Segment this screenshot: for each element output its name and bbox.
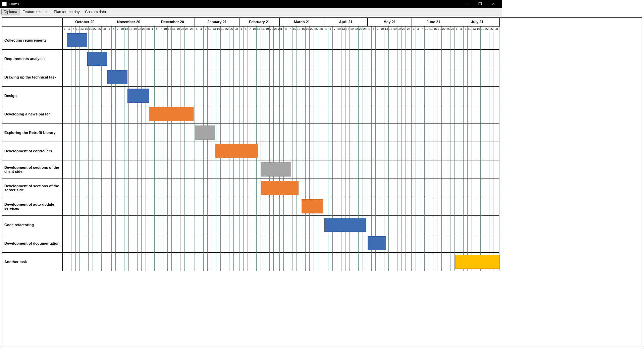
day-header: 1	[412, 27, 416, 31]
toolbar-button-diploma[interactable]: Diploma	[1, 9, 19, 14]
grid-cell	[376, 160, 380, 179]
grid-cell	[472, 105, 476, 123]
grid-cell	[292, 31, 297, 50]
grid-cell	[172, 31, 176, 50]
grid-cell	[393, 142, 397, 160]
grid-cell	[284, 253, 288, 271]
grid-cell	[333, 160, 337, 179]
day-header: 1	[367, 27, 372, 31]
day-header: 22	[354, 27, 359, 31]
grid-cell	[120, 31, 124, 50]
grid-cell	[195, 105, 199, 123]
grid-cell	[306, 50, 310, 68]
task-label: Development of auto-update services	[2, 197, 63, 216]
grid-cell	[350, 142, 354, 160]
grid-cell	[189, 216, 195, 234]
toolbar-button-custom-data[interactable]: Custom data	[83, 9, 108, 14]
toolbar-button-feature-release[interactable]: Feature release	[20, 9, 51, 14]
grid-cell	[239, 216, 244, 234]
grid-cell	[437, 50, 442, 68]
grid-cell	[429, 50, 433, 68]
day-header: 4	[155, 27, 159, 31]
grid-cell	[345, 87, 350, 105]
grid-cell	[252, 179, 257, 197]
grid-cell	[84, 197, 89, 216]
grid-cell	[442, 160, 446, 179]
gantt-bar[interactable]	[261, 162, 291, 177]
grid-cell	[489, 50, 494, 68]
gantt-bar[interactable]	[67, 33, 87, 47]
grid-cell	[401, 123, 406, 142]
grid-cell	[89, 142, 93, 160]
gantt-bar[interactable]	[261, 181, 298, 195]
grid-cell	[93, 31, 97, 50]
gantt-bar[interactable]	[87, 52, 107, 66]
grid-cell	[261, 234, 265, 253]
grid-cell	[155, 50, 159, 68]
grid-cell	[380, 68, 384, 87]
grid-cell	[372, 216, 376, 234]
grid-cell	[138, 197, 142, 216]
grid-cell	[102, 216, 107, 234]
grid-cell	[216, 105, 221, 123]
day-header: 1	[195, 27, 199, 31]
day-header: 16	[433, 27, 438, 31]
minimize-button[interactable]: ─	[460, 0, 473, 8]
grid-cell	[288, 197, 292, 216]
gantt-bar[interactable]	[195, 126, 215, 140]
grid-cell	[416, 50, 420, 68]
grid-cell	[146, 31, 150, 50]
grid-cell	[401, 160, 406, 179]
gantt-bar[interactable]	[368, 236, 386, 250]
grid-cell	[189, 253, 195, 271]
grid-cell	[195, 197, 199, 216]
grid-cell	[270, 105, 274, 123]
grid-cell	[433, 87, 438, 105]
grid-cell	[208, 179, 212, 197]
close-button[interactable]: ✕	[487, 0, 500, 8]
grid-cell	[401, 31, 406, 50]
grid-cell	[146, 216, 150, 234]
grid-cell	[433, 142, 438, 160]
grid-cell	[489, 216, 494, 234]
grid-cell	[116, 253, 120, 271]
grid-cell	[180, 31, 185, 50]
grid-cell	[481, 31, 485, 50]
grid-cell	[450, 31, 455, 50]
grid-cell	[476, 234, 481, 253]
grid-cell	[420, 216, 425, 234]
gantt-bar[interactable]	[149, 107, 194, 121]
grid-cell	[71, 50, 76, 68]
grid-cell	[341, 50, 346, 68]
grid-cell	[102, 87, 107, 105]
grid-cell	[159, 253, 163, 271]
grid-cell	[459, 123, 464, 142]
gantt-bar[interactable]	[127, 89, 149, 103]
grid-cell	[397, 87, 402, 105]
grid-cell	[142, 68, 146, 87]
toolbar-button-plan-for-the-day[interactable]: Plan for the day	[51, 9, 82, 14]
grid-cell	[159, 234, 163, 253]
gantt-bar[interactable]	[455, 255, 500, 269]
day-header: 4	[416, 27, 420, 31]
day-header: 10	[252, 27, 257, 31]
gantt-bar[interactable]	[302, 199, 323, 213]
grid-cell	[102, 68, 107, 87]
grid-cell	[363, 234, 367, 253]
grid-cell	[261, 197, 265, 216]
grid-cell	[450, 197, 455, 216]
gantt-bar[interactable]	[324, 218, 366, 232]
grid-cell	[372, 179, 376, 197]
gantt-bar[interactable]	[215, 144, 258, 158]
grid-cell	[359, 31, 363, 50]
grid-cell	[102, 123, 107, 142]
gantt-bar[interactable]	[107, 70, 127, 84]
grid-cell	[120, 105, 124, 123]
grid-cell	[163, 179, 168, 197]
grid-cell	[314, 31, 318, 50]
grid-cell	[163, 31, 168, 50]
grid-cell	[80, 50, 84, 68]
grid-cell	[216, 160, 221, 179]
grid-cell	[318, 31, 324, 50]
maximize-button[interactable]: ❐	[473, 0, 487, 8]
